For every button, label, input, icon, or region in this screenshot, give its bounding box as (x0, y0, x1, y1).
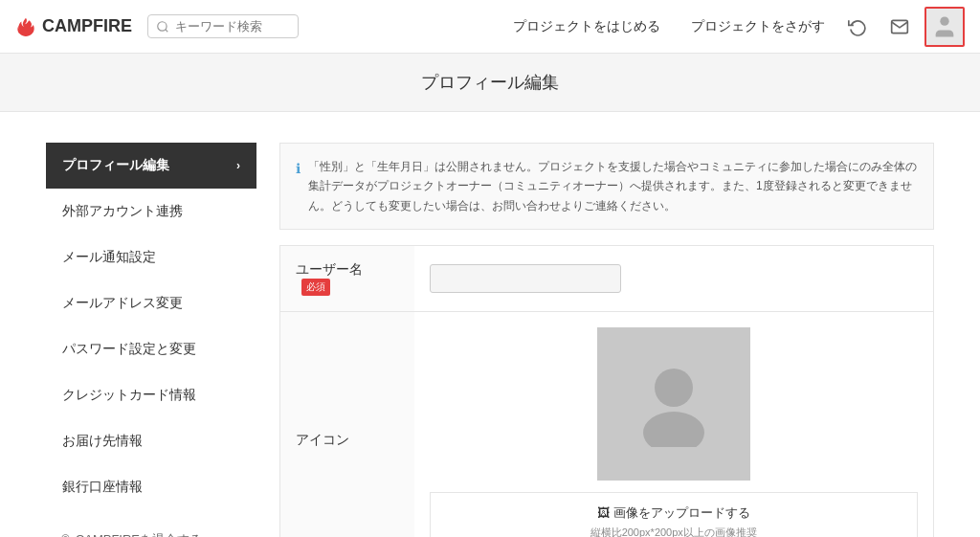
header: CAMPFIRE プロジェクトをはじめる プロジェクトをさがす (0, 0, 980, 54)
sidebar-item-password[interactable]: パスワード設定と変更 (46, 326, 256, 372)
chevron-right-icon: › (236, 159, 240, 172)
icon-row: アイコン 🖼 画像をアップロードする 縦 (280, 312, 934, 537)
page-title: プロフィール編集 (0, 54, 980, 112)
avatar-placeholder (597, 327, 750, 481)
history-icon (848, 17, 867, 36)
logo[interactable]: CAMPFIRE (15, 16, 132, 37)
user-avatar-button[interactable] (924, 7, 965, 47)
icon-label: アイコン (280, 312, 414, 537)
circle-c-icon: © (61, 533, 70, 537)
sidebar-item-mail-notify[interactable]: メール通知設定 (46, 235, 256, 280)
sidebar-item-external[interactable]: 外部アカウント連携 (46, 189, 256, 235)
mail-button[interactable] (882, 10, 917, 44)
upload-label: 🖼 画像をアップロードする (442, 504, 906, 522)
sidebar-withdraw[interactable]: © CAMPFIREを退会する (46, 518, 256, 537)
search-box[interactable] (147, 14, 299, 38)
svg-point-2 (940, 16, 948, 25)
flame-icon (15, 16, 36, 37)
sidebar-item-credit-card[interactable]: クレジットカード情報 (46, 372, 256, 418)
svg-line-1 (166, 29, 168, 32)
upload-hint: 縦横比200px*200px以上の画像推奨 (442, 526, 906, 537)
svg-point-4 (643, 412, 704, 447)
search-icon (156, 20, 169, 34)
svg-point-0 (158, 21, 167, 30)
history-button[interactable] (840, 10, 875, 44)
user-avatar-icon (931, 13, 958, 40)
mail-icon (890, 17, 909, 36)
sidebar-item-email-change[interactable]: メールアドレス変更 (46, 280, 256, 326)
info-icon: ℹ (296, 158, 301, 215)
content-area: ℹ 「性別」と「生年月日」は公開されません。プロジェクトを支援した場合やコミュニ… (279, 143, 934, 537)
logo-text: CAMPFIRE (42, 16, 132, 36)
username-value (414, 246, 934, 312)
info-box: ℹ 「性別」と「生年月日」は公開されません。プロジェクトを支援した場合やコミュニ… (279, 143, 934, 230)
search-input[interactable] (175, 19, 290, 34)
svg-point-3 (655, 369, 693, 407)
header-actions (840, 7, 965, 47)
main-nav: プロジェクトをはじめる プロジェクトをさがす (513, 18, 825, 35)
nav-find-project[interactable]: プロジェクトをさがす (691, 18, 825, 35)
upload-button[interactable]: 🖼 画像をアップロードする 縦横比200px*200px以上の画像推奨 (430, 492, 919, 537)
avatar-silhouette (635, 361, 712, 447)
username-row: ユーザー名 必須 (280, 246, 934, 312)
sidebar-item-bank[interactable]: 銀行口座情報 (46, 464, 256, 510)
required-badge: 必須 (301, 279, 330, 296)
nav-start-project[interactable]: プロジェクトをはじめる (513, 18, 660, 35)
sidebar-item-profile[interactable]: プロフィール編集 › (46, 143, 256, 189)
sidebar-item-delivery[interactable]: お届け先情報 (46, 418, 256, 464)
username-input[interactable] (430, 264, 621, 293)
main-layout: プロフィール編集 › 外部アカウント連携 メール通知設定 メールアドレス変更 パ… (31, 112, 949, 537)
icon-value: 🖼 画像をアップロードする 縦横比200px*200px以上の画像推奨 (414, 312, 934, 537)
sidebar: プロフィール編集 › 外部アカウント連携 メール通知設定 メールアドレス変更 パ… (46, 143, 256, 537)
profile-form: ユーザー名 必須 アイコン (279, 245, 934, 537)
username-label: ユーザー名 必須 (280, 246, 414, 312)
